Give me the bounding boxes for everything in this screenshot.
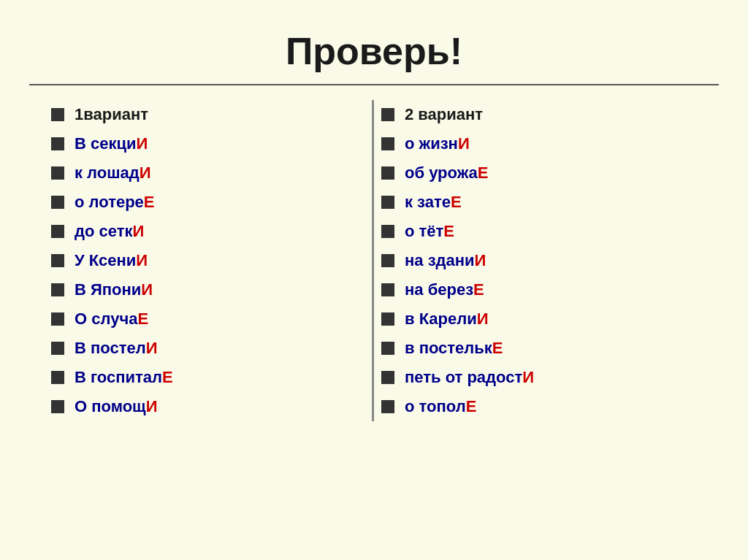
list-item: О помощИ (51, 392, 365, 421)
column-1: 1вариант В секциИ к лошадИ о лотереЕ (44, 100, 374, 421)
bullet-icon (51, 196, 64, 209)
bullet-icon (51, 225, 64, 238)
item-text: 1вариант (75, 105, 148, 124)
item-text: на зданиИ (405, 251, 486, 270)
divider (29, 84, 719, 85)
list-item: до сеткИ (51, 217, 365, 246)
bullet-icon (381, 371, 394, 384)
page-title: Проверь! (29, 15, 719, 84)
bullet-icon (51, 371, 64, 384)
item-text: о жизнИ (405, 134, 470, 153)
item-text: в КарелиИ (405, 310, 489, 329)
page-container: Проверь! 1вариант В секциИ к лошадИ (0, 0, 748, 560)
item-text: петь от радостИ (405, 368, 534, 387)
bullet-icon (381, 254, 394, 267)
column-2: 2 вариант о жизнИ об урожаЕ к затеЕ (374, 100, 704, 421)
content-grid: 1вариант В секциИ к лошадИ о лотереЕ (29, 100, 719, 421)
bullet-icon (381, 137, 394, 150)
item-text: У КсениИ (75, 251, 148, 270)
list-item: к лошадИ (51, 158, 365, 188)
list-item: о лотереЕ (51, 188, 365, 217)
item-text: о лотереЕ (75, 193, 155, 212)
list-item: на березЕ (381, 275, 697, 304)
item-text: В ЯпониИ (75, 280, 153, 299)
bullet-icon (51, 312, 64, 326)
list-item: В госпиталЕ (51, 363, 365, 392)
list-item: об урожаЕ (381, 158, 697, 188)
item-text: к лошадИ (75, 164, 151, 183)
bullet-icon (381, 283, 394, 296)
bullet-icon (51, 254, 64, 267)
bullet-icon (381, 342, 394, 355)
item-text: к затеЕ (405, 193, 462, 212)
list-item: о жизнИ (381, 129, 697, 158)
bullet-icon (381, 400, 394, 413)
bullet-icon (381, 166, 394, 180)
item-text: В постелИ (75, 339, 157, 358)
bullet-icon (51, 166, 64, 180)
list-item: на зданиИ (381, 246, 697, 275)
list-item: В постелИ (51, 334, 365, 363)
item-text: О случаЕ (75, 310, 148, 329)
list-item: У КсениИ (51, 246, 365, 275)
bullet-icon (51, 137, 64, 150)
item-text: до сеткИ (75, 222, 144, 241)
item-text: о тётЕ (405, 222, 454, 241)
list-item: петь от радостИ (381, 363, 697, 392)
list-item: о тётЕ (381, 217, 697, 246)
bullet-icon (51, 283, 64, 296)
bullet-icon (51, 108, 64, 121)
list-item: 1вариант (51, 100, 365, 129)
bullet-icon (381, 196, 394, 209)
list-item: О случаЕ (51, 304, 365, 334)
list-item: В ЯпониИ (51, 275, 365, 304)
item-text: 2 вариант (405, 105, 483, 124)
list-item: 2 вариант (381, 100, 697, 129)
item-text: В госпиталЕ (75, 368, 173, 387)
bullet-icon (381, 108, 394, 121)
list-item: к затеЕ (381, 188, 697, 217)
item-text: о тополЕ (405, 397, 476, 416)
bullet-icon (51, 342, 64, 355)
item-text: об урожаЕ (405, 164, 488, 183)
item-text: О помощИ (75, 397, 157, 416)
list-item: В секциИ (51, 129, 365, 158)
bullet-icon (51, 400, 64, 413)
item-text: В секциИ (75, 134, 148, 153)
list-item: о тополЕ (381, 392, 697, 421)
list-item: в КарелиИ (381, 304, 697, 334)
item-text: на березЕ (405, 280, 484, 299)
item-text: в постелькЕ (405, 339, 503, 358)
bullet-icon (381, 225, 394, 238)
bullet-icon (381, 312, 394, 326)
list-item: в постелькЕ (381, 334, 697, 363)
